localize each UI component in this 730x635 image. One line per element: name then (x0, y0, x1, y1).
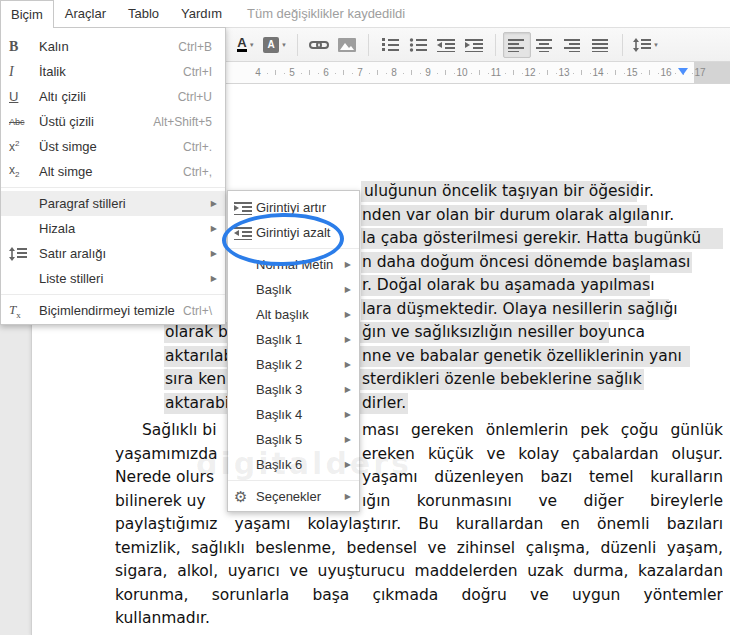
menu-item-alt-başlık[interactable]: Alt başlık▶ (228, 302, 359, 327)
document-text-line: la çaba gösterilmesi gerekir. Hatta bugü… (362, 227, 701, 251)
menu-item-girintiyi-azalt[interactable]: Girintiyi azalt (228, 220, 359, 245)
menu-item-alt-simge[interactable]: x2Alt simgeCtrl+, (1, 159, 225, 184)
menu-item-paragraf-stilleri[interactable]: Paragraf stilleri▶ (1, 191, 225, 216)
menu-item-üstü-çizili[interactable]: AbcÜstü çiziliAlt+Shift+5 (1, 109, 225, 134)
document-text-line: yaşamımızda (115, 443, 218, 467)
menu-item-başlık[interactable]: Başlık▶ (228, 277, 359, 302)
document-text-line: paylaştığımız yaşamı kolaylaştırır. Bu k… (115, 513, 723, 537)
menu-item-biçimlendirmeyi-temizle[interactable]: TxBiçimlendirmeyi temizleCtrl+\ (1, 298, 225, 323)
submenu-arrow-icon: ▶ (345, 410, 359, 419)
text-color-icon: A (237, 37, 246, 52)
line-spacing-button[interactable]: ▼ (630, 32, 662, 58)
menu-item-başlık-2[interactable]: Başlık 2▶ (228, 352, 359, 377)
menu-item-başlık-6[interactable]: Başlık 6▶ (228, 452, 359, 477)
menu-item-label: Başlık 6 (256, 457, 345, 472)
text-color-button[interactable]: A▼ (232, 32, 260, 58)
menu-item-normal-metin[interactable]: Normal Metin▶ (228, 252, 359, 277)
menu-bar: BiçimAraçlarTabloYardımTüm değişiklikler… (0, 0, 730, 27)
menu-item-başlık-1[interactable]: Başlık 1▶ (228, 327, 359, 352)
toolbar-group (305, 33, 361, 57)
right-indent-marker[interactable] (678, 68, 688, 75)
ruler-number: 8 (391, 67, 397, 78)
menu-item-seçenekler[interactable]: ⚙Seçenekler▶ (228, 484, 359, 509)
ruler-tick (607, 73, 608, 74)
menu-item-hizala[interactable]: Hizala▶ (1, 216, 225, 241)
submenu-arrow-icon: ▶ (345, 385, 359, 394)
insert-image-button[interactable] (333, 32, 361, 58)
dropdown-arrow-icon[interactable]: ▼ (653, 42, 659, 48)
menubar-item-tablo[interactable]: Tablo (117, 0, 170, 27)
dropdown-arrow-icon[interactable]: ▼ (249, 42, 255, 48)
document-text-line: Nerede olurs (115, 466, 214, 490)
menubar-item-biçim[interactable]: Biçim (0, 0, 54, 28)
clear-format-icon: Tx (1, 302, 39, 320)
insert-link-button[interactable] (305, 32, 333, 58)
numbered-list-icon (381, 38, 399, 52)
menu-item-başlık-5[interactable]: Başlık 5▶ (228, 427, 359, 452)
ruler-tick (479, 70, 480, 75)
menu-item-liste-stilleri[interactable]: Liste stilleri▶ (1, 266, 225, 291)
align-right-button[interactable] (559, 32, 587, 58)
ruler-tick (547, 70, 548, 75)
menu-item-i̇talik[interactable]: IİtalikCtrl+I (1, 59, 225, 84)
menu-item-shortcut: Alt+Shift+5 (153, 115, 225, 129)
document-text-line: nne ve babalar genetik özelliklerinin ya… (362, 345, 682, 369)
bulleted-list-button[interactable] (404, 32, 432, 58)
menu-item-başlık-4[interactable]: Başlık 4▶ (228, 402, 359, 427)
submenu-arrow-icon: ▶ (345, 285, 359, 294)
indent-increase-icon (465, 38, 483, 52)
toolbar-group: ▼ (630, 33, 662, 57)
menu-item-label: Liste stilleri (39, 271, 211, 286)
ruler-number: 16 (660, 67, 671, 78)
document-text-line: korunma, sorunlarla başa çıkmada doğru v… (115, 584, 723, 608)
ruler-number: 7 (357, 67, 363, 78)
menu-item-label: Kalın (39, 39, 178, 54)
ruler-tick (573, 73, 574, 74)
menu-item-üst-simge[interactable]: x2Üst simgeCtrl+. (1, 134, 225, 159)
toolbar-group (376, 33, 488, 57)
align-left-button[interactable] (503, 32, 531, 58)
menubar-item-araçlar[interactable]: Araçlar (54, 0, 117, 27)
menu-item-label: Alt başlık (256, 307, 345, 322)
align-left-icon (508, 38, 526, 52)
ruler-tick (369, 73, 370, 74)
menu-item-label: Girintiyi azalt (256, 225, 359, 240)
document-text-line: uluğunun öncelik taşıyan bir öğesidir. (364, 180, 654, 204)
menubar-item-yardım[interactable]: Yardım (170, 0, 233, 27)
dropdown-arrow-icon[interactable]: ▼ (281, 42, 287, 48)
menu-separator (1, 294, 225, 295)
menu-separator (228, 480, 359, 481)
menu-item-altı-çizili[interactable]: UAltı çiziliCtrl+U (1, 84, 225, 109)
ruler-tick (658, 73, 659, 74)
decrease-indent-button[interactable] (432, 32, 460, 58)
ruler-tick (377, 70, 378, 75)
ruler-tick (386, 73, 387, 74)
align-center-button[interactable] (531, 32, 559, 58)
ruler-tick (275, 70, 276, 75)
menu-item-shortcut: Ctrl+, (183, 165, 225, 179)
menu-item-girintiyi-artır[interactable]: Girintiyi artır (228, 195, 359, 220)
ruler-tick (420, 73, 421, 74)
ruler-number: 10 (456, 67, 467, 78)
menu-item-label: Üst simge (39, 139, 183, 154)
ruler-number: 14 (592, 67, 603, 78)
ruler-number: 11 (491, 67, 501, 78)
menu-item-shortcut: Ctrl+. (183, 140, 225, 154)
align-justify-button[interactable] (587, 32, 615, 58)
document-text-line: r. Doğal olarak bu aşamada yapılması (362, 274, 654, 298)
highlight-color-button[interactable]: A▼ (260, 32, 290, 58)
format-menu: BKalınCtrl+BIİtalikCtrl+IUAltı çiziliCtr… (0, 27, 226, 325)
menu-item-başlık-3[interactable]: Başlık 3▶ (228, 377, 359, 402)
highlight-color-icon: A (263, 37, 279, 53)
align-right-icon (564, 38, 582, 52)
bulleted-list-icon (409, 38, 427, 52)
strikethrough-icon: Abc (1, 117, 39, 127)
document-text-line: sigara, alkol, uyarıcı ve uyuşturucu mad… (115, 560, 723, 584)
numbered-list-button[interactable] (376, 32, 404, 58)
menu-item-satır-aralığı[interactable]: Satır aralığı▶ (1, 241, 225, 266)
menu-item-kalın[interactable]: BKalınCtrl+B (1, 34, 225, 59)
increase-indent-button[interactable] (460, 32, 488, 58)
ruler-tick (581, 70, 582, 75)
ruler-tick (513, 70, 514, 75)
align-center-icon (536, 38, 554, 52)
